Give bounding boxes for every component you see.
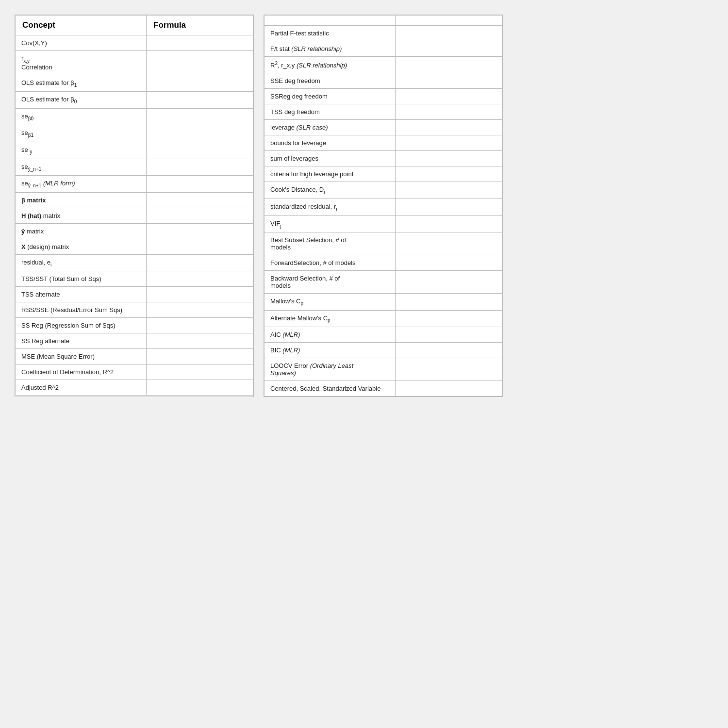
concept-cell: ŷ matrix <box>16 223 147 239</box>
table-row: SS Reg alternate <box>16 333 253 349</box>
concept-cell: MSE (Mean Square Error) <box>16 349 147 364</box>
right-table-wrapper: Partial F-test statisticF/t stat (SLR re… <box>264 15 503 397</box>
concept-cell: TSS/SST (Total Sum of Sqs) <box>16 271 147 287</box>
table-row: TSS/SST (Total Sum of Sqs) <box>16 271 253 287</box>
concept-cell: seβ0 <box>16 108 147 125</box>
concept-cell: Coefficient of Determination, R^2 <box>16 364 147 380</box>
concept-cell: Partial F-test statistic <box>265 26 396 41</box>
concept-cell: Best Subset Selection, # ofmodels <box>265 232 396 255</box>
table-row: Alternate Mallow's Cp <box>265 310 502 327</box>
table-row: Cov(X,Y) <box>16 35 253 51</box>
formula-cell <box>147 159 253 176</box>
formula-cell <box>147 333 253 349</box>
formula-cell <box>147 35 253 51</box>
formula-cell <box>396 271 502 294</box>
table-row: ŷ matrix <box>16 223 253 239</box>
concept-cell: SSReg deg freedom <box>265 89 396 104</box>
concept-cell: seŷ_n+1 (MLR form) <box>16 176 147 193</box>
formula-cell <box>147 349 253 364</box>
concept-cell: RSS/SSE (Residual/Error Sum Sqs) <box>16 302 147 318</box>
left-header-concept: Concept <box>16 16 147 35</box>
concept-cell: R2, r_x,y (SLR relationship) <box>265 57 396 73</box>
concept-cell: criteria for high leverage point <box>265 166 396 182</box>
concept-cell: se ŷ <box>16 142 147 159</box>
table-row: BIC (MLR) <box>265 343 502 358</box>
table-row: MSE (Mean Square Error) <box>16 349 253 364</box>
concept-cell: SS Reg alternate <box>16 333 147 349</box>
left-table: Concept Formula Cov(X,Y)rx,yCorrelationO… <box>15 15 253 396</box>
concept-cell: ForwardSelection, # of models <box>265 255 396 271</box>
concept-cell: Alternate Mallow's Cp <box>265 310 396 327</box>
concept-cell: BIC (MLR) <box>265 343 396 358</box>
formula-cell <box>147 192 253 208</box>
table-row: criteria for high leverage point <box>265 166 502 182</box>
formula-cell <box>147 208 253 223</box>
table-row: LOOCV Error (Ordinary LeastSquares) <box>265 358 502 381</box>
concept-cell: AIC (MLR) <box>265 327 396 343</box>
concept-cell: seŷ_n+1 <box>16 159 147 176</box>
table-row: TSS deg freedom <box>265 104 502 120</box>
formula-cell <box>396 182 502 199</box>
formula-cell <box>396 89 502 104</box>
left-header-formula: Formula <box>147 16 253 35</box>
concept-cell: OLS estimate for β0 <box>16 92 147 109</box>
formula-cell <box>147 108 253 125</box>
table-row: AIC (MLR) <box>265 327 502 343</box>
table-row: standardized residual, ri <box>265 199 502 215</box>
table-row: F/t stat (SLR relationship) <box>265 41 502 57</box>
formula-cell <box>396 73 502 89</box>
right-header-formula <box>396 16 502 26</box>
formula-cell <box>147 75 253 92</box>
formula-cell <box>147 318 253 333</box>
formula-cell <box>396 294 502 311</box>
concept-cell: Centered, Scaled, Standarized Variable <box>265 381 396 397</box>
concept-cell: Cov(X,Y) <box>16 35 147 51</box>
formula-cell <box>396 41 502 57</box>
concept-cell: VIFj <box>265 215 396 232</box>
concept-cell: Mallow's Cp <box>265 294 396 311</box>
formula-cell <box>396 57 502 73</box>
concept-cell: X (design) matrix <box>16 239 147 254</box>
table-row: Best Subset Selection, # ofmodels <box>265 232 502 255</box>
table-row: VIFj <box>265 215 502 232</box>
concept-cell: TSS alternate <box>16 287 147 302</box>
concept-cell: Cook's Distance, Di <box>265 182 396 199</box>
table-row: Backward Selection, # ofmodels <box>265 271 502 294</box>
concept-cell: residual, ei <box>16 254 147 271</box>
formula-cell <box>396 343 502 358</box>
formula-cell <box>147 364 253 380</box>
concept-cell: bounds for leverage <box>265 135 396 151</box>
formula-cell <box>396 310 502 327</box>
formula-cell <box>396 104 502 120</box>
formula-cell <box>147 92 253 109</box>
table-row: OLS estimate for β1 <box>16 75 253 92</box>
table-row: seβ1 <box>16 125 253 142</box>
formula-cell <box>396 358 502 381</box>
formula-cell <box>147 223 253 239</box>
table-row: Adjusted R^2 <box>16 380 253 396</box>
table-row: bounds for leverage <box>265 135 502 151</box>
concept-cell: standardized residual, ri <box>265 199 396 215</box>
concept-cell: seβ1 <box>16 125 147 142</box>
table-row: SS Reg (Regression Sum of Sqs) <box>16 318 253 333</box>
formula-cell <box>147 254 253 271</box>
concept-cell: SS Reg (Regression Sum of Sqs) <box>16 318 147 333</box>
formula-cell <box>147 51 253 75</box>
concept-cell: SSE deg freedom <box>265 73 396 89</box>
concept-cell: Adjusted R^2 <box>16 380 147 396</box>
formula-cell <box>396 381 502 397</box>
formula-cell <box>147 125 253 142</box>
right-table: Partial F-test statisticF/t stat (SLR re… <box>264 15 502 397</box>
table-row: Coefficient of Determination, R^2 <box>16 364 253 380</box>
concept-cell: sum of leverages <box>265 151 396 166</box>
table-row: ForwardSelection, # of models <box>265 255 502 271</box>
formula-cell <box>147 142 253 159</box>
concept-cell: Backward Selection, # ofmodels <box>265 271 396 294</box>
table-row: SSReg deg freedom <box>265 89 502 104</box>
table-row: sum of leverages <box>265 151 502 166</box>
formula-cell <box>147 271 253 287</box>
table-row: R2, r_x,y (SLR relationship) <box>265 57 502 73</box>
formula-cell <box>396 26 502 41</box>
formula-cell <box>147 380 253 396</box>
concept-cell: β matrix <box>16 192 147 208</box>
